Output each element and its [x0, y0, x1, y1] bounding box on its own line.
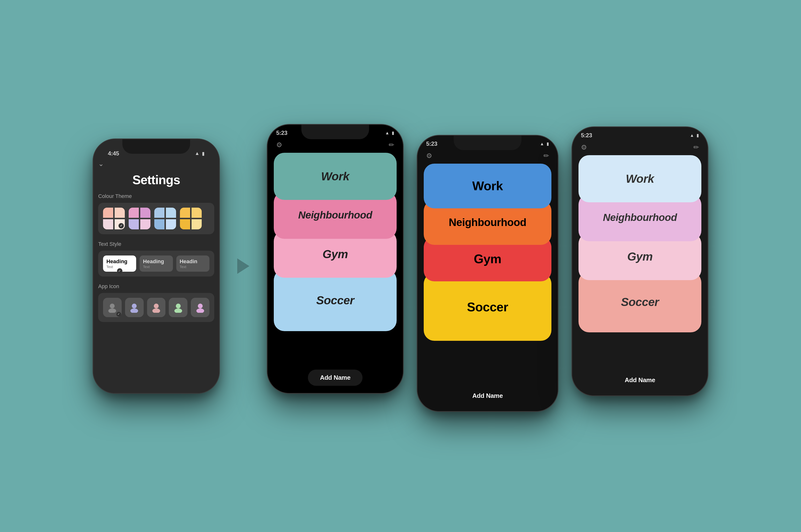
card-work-4[interactable]: Work [578, 155, 701, 202]
arrow-right-icon [237, 259, 249, 274]
swatch-2b [140, 208, 150, 218]
theme-swatches [103, 208, 209, 229]
status-icons-1: ▲ ▮ [195, 151, 205, 156]
text-style-section: Text Style Heading Text ✓ Heading Text [98, 241, 214, 277]
edit-icon-3[interactable]: ✏ [543, 152, 549, 160]
settings-top-bar: ⌄ [98, 158, 214, 170]
add-name-container-4: Add Name [572, 366, 708, 395]
swatch-group-2[interactable] [129, 208, 150, 229]
text-style-heading-2: Heading [143, 259, 169, 265]
cards-top-bar-4: ⚙ ✏ [572, 140, 708, 155]
swatch-3b [166, 208, 176, 218]
swatch-3a [154, 208, 165, 218]
text-style-heading-1: Heading [107, 259, 133, 265]
app-icon-1[interactable] [103, 298, 122, 317]
swatch-3c [154, 219, 165, 229]
card-work-3[interactable]: Work [424, 164, 552, 208]
colour-theme-label: Colour Theme [98, 193, 214, 200]
add-name-container-3: Add Name [417, 382, 558, 411]
swatch-group-1[interactable] [103, 208, 125, 229]
card-soccer-4[interactable]: Soccer [578, 272, 701, 332]
status-icons-4: ▲ ▮ [690, 133, 699, 138]
cards-top-bar-2: ⚙ ✏ [267, 138, 403, 153]
status-icons-2: ▲ ▮ [385, 130, 394, 136]
status-bar-1: 4:45 ▲ ▮ [98, 144, 214, 158]
status-time-3: 5:23 [426, 140, 437, 147]
wifi-icon-2: ▲ [385, 131, 389, 136]
status-icons-3: ▲ ▮ [540, 141, 549, 147]
gear-icon-4[interactable]: ⚙ [581, 143, 587, 151]
swatch-1a [103, 208, 113, 218]
edit-icon-4[interactable]: ✏ [693, 143, 699, 151]
text-style-sub-3: Text [180, 265, 206, 269]
gear-icon-3[interactable]: ⚙ [426, 152, 432, 160]
card-work-2[interactable]: Work [274, 153, 397, 200]
card-stack-3: Work Neighbourhood Gym Soccer [417, 164, 558, 382]
swatch-2a [129, 208, 139, 218]
app-icon-2[interactable] [125, 298, 144, 317]
text-style-option-2[interactable]: Heading Text [139, 255, 173, 272]
phone-3: 5:23 ▲ ▮ ⚙ ✏ Work Neighbourhoo [417, 136, 558, 411]
svg-point-7 [174, 308, 182, 313]
text-style-option-1[interactable]: Heading Text ✓ [103, 255, 136, 272]
svg-point-6 [176, 304, 181, 308]
swatch-4c [180, 219, 190, 229]
swatch-group-4[interactable] [180, 208, 202, 229]
battery-icon-3: ▮ [546, 141, 549, 147]
cards-top-bar-3: ⚙ ✏ [417, 149, 558, 164]
svg-point-1 [108, 308, 116, 313]
main-scene: 4:45 ▲ ▮ ⌄ Settings Colour Theme [93, 121, 708, 411]
text-style-option-3[interactable]: Headin Text [176, 255, 209, 272]
wifi-icon-4: ▲ [690, 133, 694, 138]
battery-icon: ▮ [202, 151, 205, 156]
add-name-container-2: Add Name [267, 364, 403, 393]
phone-settings: 4:45 ▲ ▮ ⌄ Settings Colour Theme [93, 139, 219, 393]
status-time-4: 5:23 [581, 132, 592, 139]
app-icon-4[interactable] [169, 298, 187, 317]
arrow-container [234, 259, 253, 274]
phone-2: 5:23 ▲ ▮ ⚙ ✏ Work Neighbourhoo [267, 125, 403, 393]
card-soccer-2[interactable]: Soccer [274, 269, 397, 331]
card-stack-2: Work Neighbourhood Gym Soccer [267, 153, 403, 364]
text-style-heading-3: Headin [180, 259, 206, 265]
settings-title: Settings [98, 173, 214, 187]
status-bar-2: 5:23 ▲ ▮ [267, 125, 403, 138]
swatch-2d [140, 219, 150, 229]
swatch-4b [191, 208, 202, 218]
add-name-button-3[interactable]: Add Name [460, 388, 515, 404]
status-bar-4: 5:23 ▲ ▮ [572, 127, 708, 140]
add-name-button-2[interactable]: Add Name [308, 369, 362, 386]
text-style-label: Text Style [98, 241, 214, 247]
swatch-1c [103, 219, 113, 229]
add-name-button-4[interactable]: Add Name [613, 372, 667, 388]
card-soccer-3[interactable]: Soccer [424, 273, 552, 341]
swatch-1d [115, 219, 125, 229]
text-style-card-container: Heading Text ✓ Heading Text Headin Text [98, 251, 214, 277]
gear-icon-2[interactable]: ⚙ [276, 141, 282, 149]
app-icon-section: App Icon [98, 283, 214, 322]
swatch-group-3[interactable] [154, 208, 176, 229]
text-style-options: Heading Text ✓ Heading Text Headin Text [103, 255, 209, 272]
svg-point-2 [132, 304, 137, 308]
status-time-2: 5:23 [276, 130, 287, 136]
app-icon-label: App Icon [98, 283, 214, 289]
wifi-icon: ▲ [195, 151, 200, 156]
card-stack-4: Work Neighbourhood Gym Soccer [572, 155, 708, 366]
app-icon-card [98, 293, 214, 322]
swatch-4a [180, 208, 190, 218]
swatch-3d [166, 219, 176, 229]
app-icon-3[interactable] [147, 298, 166, 317]
svg-point-0 [110, 304, 115, 308]
status-time-1: 4:45 [108, 150, 119, 157]
chevron-down-icon[interactable]: ⌄ [98, 160, 104, 168]
svg-point-8 [198, 304, 203, 308]
status-bar-3: 5:23 ▲ ▮ [417, 136, 558, 149]
app-icon-5[interactable] [191, 298, 209, 317]
check-badge-1: ✓ [117, 268, 123, 273]
text-style-sub-2: Text [143, 265, 169, 269]
battery-icon-2: ▮ [392, 130, 394, 136]
wifi-icon-3: ▲ [540, 141, 544, 147]
edit-icon-2[interactable]: ✏ [389, 141, 394, 149]
colour-theme-card [98, 203, 214, 234]
app-icon-options [103, 298, 209, 317]
